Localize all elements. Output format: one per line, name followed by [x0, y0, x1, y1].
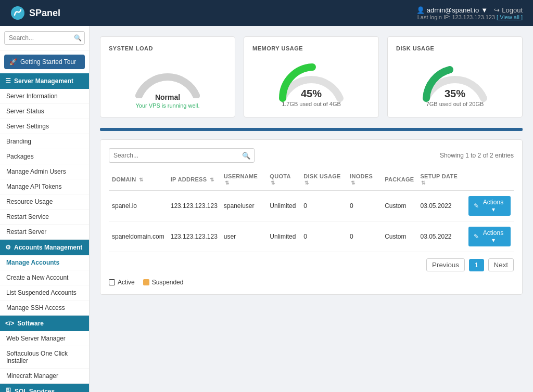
legend-active-label: Active — [118, 279, 135, 286]
cell-ip: 123.123.123.123 — [168, 221, 221, 252]
table-row: spanel.io 123.123.123.123 spaneluser Unl… — [109, 190, 514, 221]
table-search-icon: 🔍 — [242, 152, 250, 160]
cell-inodes: 0 — [347, 190, 382, 221]
cell-actions: ✎ Actions ▾ — [465, 221, 514, 252]
sidebar-item-branding[interactable]: Branding — [0, 134, 89, 149]
sidebar-section-accounts-management: ⚙ Accounts Management — [0, 240, 89, 255]
system-load-card: SYSTEM LOAD Normal Your VPS is running w… — [100, 36, 235, 117]
prev-page-button[interactable]: Previous — [426, 258, 465, 271]
sidebar-item-packages[interactable]: Packages — [0, 149, 89, 164]
db-icon: 🗄 — [5, 388, 11, 392]
legend-suspended-box — [143, 279, 149, 285]
sidebar-section-server-management: ☰ Server Management — [0, 73, 89, 89]
header-right: 👤 admin@spanel.io ▼ ↪ Logout Last login … — [416, 6, 523, 20]
cell-package: Custom — [382, 190, 417, 221]
legend-active: Active — [109, 279, 135, 286]
memory-usage-gauge: 45% 1.7GB used out of 4GB — [252, 57, 370, 107]
disk-usage-gauge: 35% 7GB used out of 20GB — [396, 57, 514, 107]
logo-icon — [10, 6, 25, 20]
col-ip: IP ADDRESS ⇅ — [168, 169, 221, 190]
cell-disk-usage: 0 — [300, 221, 347, 252]
sidebar-section-software: </> Software — [0, 316, 89, 331]
cell-username: user — [221, 221, 266, 252]
header: SPanel 👤 admin@spanel.io ▼ ↪ Logout Last… — [0, 0, 533, 26]
table-row: spaneldomain.com 123.123.123.123 user Un… — [109, 221, 514, 252]
actions-icon-0: ✎ — [474, 202, 479, 210]
system-load-gauge-svg — [131, 57, 204, 98]
sidebar-item-server-information[interactable]: Server Information — [0, 89, 89, 104]
sidebar-item-manage-ssh-access[interactable]: Manage SSH Access — [0, 300, 89, 316]
accounts-table: DOMAIN ⇅ IP ADDRESS ⇅ USERNAME ⇅ QUOTA ⇅… — [109, 169, 514, 252]
memory-usage-detail: 1.7GB used out of 4GB — [282, 101, 341, 107]
search-icon: 🔍 — [74, 34, 82, 42]
main-content: SYSTEM LOAD Normal Your VPS is running w… — [90, 26, 533, 392]
current-page: 1 — [469, 259, 484, 271]
svg-point-0 — [11, 6, 24, 20]
sidebar-section-sql-services: 🗄 SQL Services — [0, 384, 89, 392]
sidebar-item-manage-admin-users[interactable]: Manage Admin Users — [0, 164, 89, 179]
legend-suspended-label: Suspended — [152, 279, 184, 286]
sidebar-item-server-settings[interactable]: Server Settings — [0, 119, 89, 134]
sidebar-item-manage-accounts[interactable]: Manage Accounts — [0, 255, 89, 270]
logout-button[interactable]: ↪ Logout — [494, 6, 523, 14]
cell-ip: 123.123.123.123 — [168, 190, 221, 221]
cell-setup-date: 03.05.2022 — [417, 190, 465, 221]
sidebar-item-minecraft-manager[interactable]: Minecraft Manager — [0, 369, 89, 384]
sidebar-item-softaculous[interactable]: Softaculous One Click Installer — [0, 346, 89, 369]
cell-actions: ✎ Actions ▾ — [465, 190, 514, 221]
pagination: Previous 1 Next — [109, 258, 514, 271]
accounts-icon: ⚙ — [5, 244, 11, 251]
server-icon: ☰ — [5, 77, 11, 85]
sidebar-item-create-new-account[interactable]: Create a New Account — [0, 270, 89, 285]
disk-usage-card: DISK USAGE 35% 7GB used out of 20GB — [387, 36, 523, 117]
col-quota: QUOTA ⇅ — [266, 169, 300, 190]
col-package: PACKAGE — [382, 169, 417, 190]
last-login-info: Last login IP: 123.123.123.123 [ View al… — [417, 14, 523, 20]
code-icon: </> — [5, 320, 14, 327]
sidebar-item-manage-api-tokens[interactable]: Manage API Tokens — [0, 179, 89, 194]
sidebar-item-server-status[interactable]: Server Status — [0, 104, 89, 119]
logo: SPanel — [10, 6, 60, 20]
col-setup-date: SETUP DATE ⇅ — [417, 169, 465, 190]
sidebar-item-restart-server[interactable]: Restart Server — [0, 225, 89, 240]
memory-usage-card: MEMORY USAGE 45% 1.7GB used out of 4GB — [244, 36, 379, 117]
sidebar-item-web-server-manager[interactable]: Web Server Manager — [0, 331, 89, 346]
actions-button-1[interactable]: ✎ Actions ▾ — [468, 227, 511, 246]
gauge-cards-row: SYSTEM LOAD Normal Your VPS is running w… — [100, 36, 523, 117]
disk-usage-title: DISK USAGE — [396, 45, 514, 51]
layout: 🔍 🚀 Getting Started Tour ☰ Server Manage… — [0, 26, 533, 392]
cell-setup-date: 03.05.2022 — [417, 221, 465, 252]
actions-button-0[interactable]: ✎ Actions ▾ — [468, 196, 511, 216]
sidebar-item-resource-usage[interactable]: Resource Usage — [0, 194, 89, 210]
cell-inodes: 0 — [347, 221, 382, 252]
cell-domain: spanel.io — [109, 190, 168, 221]
view-all-link[interactable]: [ View all ] — [497, 14, 523, 20]
divider-bar — [100, 128, 523, 131]
table-search-input[interactable] — [109, 148, 255, 163]
system-load-title: SYSTEM LOAD — [109, 45, 226, 51]
getting-started-button[interactable]: 🚀 Getting Started Tour — [4, 55, 85, 69]
col-inodes: INODES ⇅ — [347, 169, 382, 190]
memory-usage-title: MEMORY USAGE — [252, 45, 370, 51]
header-user[interactable]: 👤 admin@spanel.io ▼ — [416, 6, 488, 14]
actions-icon-1: ✎ — [474, 233, 479, 240]
disk-usage-percent: 35% — [426, 88, 484, 100]
rocket-icon: 🚀 — [9, 58, 17, 66]
cell-domain: spaneldomain.com — [109, 221, 168, 252]
table-count: Showing 1 to 2 of 2 entries — [440, 152, 514, 159]
disk-usage-detail: 7GB used out of 20GB — [426, 101, 484, 107]
search-input[interactable] — [4, 31, 85, 45]
legend-row: Active Suspended — [109, 279, 514, 286]
table-search-wrap: 🔍 — [109, 148, 255, 163]
system-load-sublabel: Your VPS is running well. — [135, 102, 199, 109]
system-load-gauge: Normal Your VPS is running well. — [109, 57, 226, 109]
col-domain: DOMAIN ⇅ — [109, 169, 168, 190]
memory-usage-percent: 45% — [282, 88, 341, 100]
cell-quota: Unlimited — [266, 190, 300, 221]
sidebar-item-restart-service[interactable]: Restart Service — [0, 210, 89, 225]
sidebar-item-list-suspended-accounts[interactable]: List Suspended Accounts — [0, 285, 89, 300]
next-page-button[interactable]: Next — [488, 258, 514, 271]
legend-active-box — [109, 279, 115, 285]
cell-package: Custom — [382, 221, 417, 252]
table-header-row: DOMAIN ⇅ IP ADDRESS ⇅ USERNAME ⇅ QUOTA ⇅… — [109, 169, 514, 190]
